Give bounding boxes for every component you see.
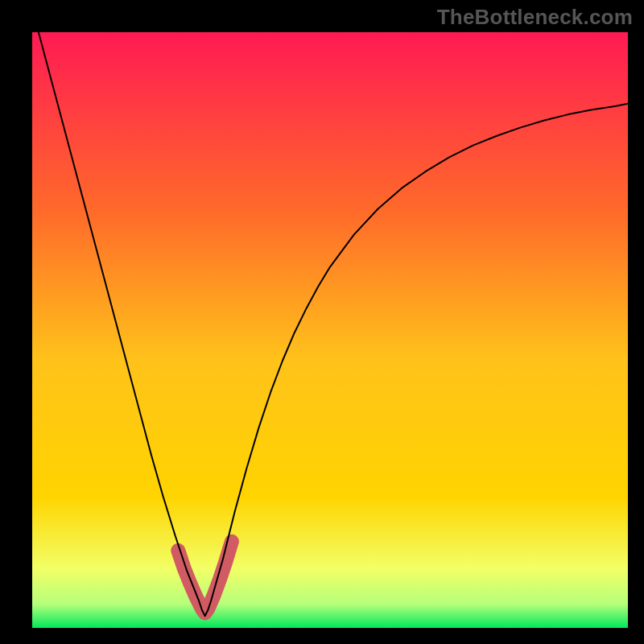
attribution-text: TheBottleneck.com bbox=[437, 5, 633, 30]
chart-svg bbox=[32, 32, 628, 628]
chart-frame: TheBottleneck.com bbox=[0, 0, 644, 644]
plot-area bbox=[32, 32, 628, 628]
